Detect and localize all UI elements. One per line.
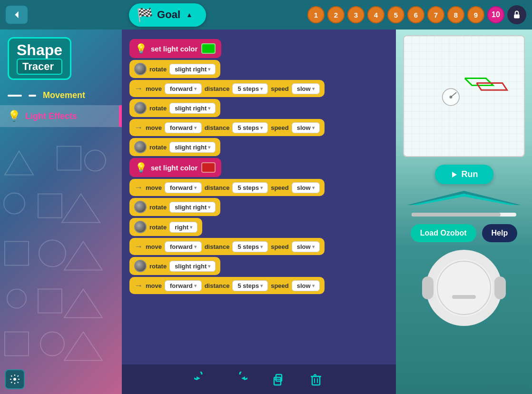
run-button[interactable]: Run — [435, 165, 493, 184]
direction-pill-6[interactable]: slight right ▾ — [169, 261, 216, 272]
move-dir-pill-5[interactable]: forward▾ — [165, 280, 202, 291]
move-speed-pill-2[interactable]: slow▾ — [292, 122, 320, 133]
progress-bar — [412, 213, 516, 217]
block-row-12: rotate slight right ▾ — [129, 257, 388, 275]
help-button[interactable]: Help — [482, 224, 518, 242]
direction-pill-5[interactable]: right ▾ — [169, 222, 197, 233]
svg-rect-12 — [38, 289, 62, 313]
level-dot-5[interactable]: 5 — [387, 6, 404, 23]
move-arrow-icon-4: → — [134, 242, 143, 252]
color-swatch-green[interactable] — [201, 43, 216, 54]
move-dist-pill-4[interactable]: 5 steps▾ — [232, 241, 268, 252]
robot-display — [426, 250, 502, 326]
set-light-color-block-1[interactable]: 💡 set light color — [129, 39, 221, 58]
set-light-label-1: set light color — [151, 45, 197, 53]
undo-button[interactable] — [190, 368, 213, 391]
svg-point-4 — [85, 150, 106, 171]
move-block-3[interactable]: → move forward▾ distance 5 steps▾ speed … — [129, 179, 325, 196]
robot-ear-left — [422, 276, 433, 299]
rotate-circle-icon-3 — [134, 141, 147, 153]
direction-pill-3[interactable]: slight right ▾ — [169, 142, 216, 153]
svg-marker-2 — [5, 151, 33, 175]
move-dir-pill-2[interactable]: forward▾ — [165, 122, 202, 133]
set-light-color-block-2[interactable]: 💡 set light color — [129, 158, 221, 177]
move-speed-pill-1[interactable]: slow▾ — [292, 83, 320, 94]
rotate-circle-icon-5 — [134, 221, 147, 233]
svg-point-5 — [4, 193, 25, 214]
rotate-block-6[interactable]: rotate slight right ▾ — [129, 257, 220, 275]
goal-button[interactable]: 🏁 Goal ▲ — [129, 3, 206, 27]
move-dist-pill-1[interactable]: 5 steps▾ — [232, 83, 268, 94]
sidebar-item-movement[interactable]: Movement — [0, 86, 122, 105]
move-block-2[interactable]: → move forward▾ distance 5 steps▾ speed … — [129, 119, 325, 136]
move-speed-pill-4[interactable]: slow▾ — [292, 241, 320, 252]
level-dot-6[interactable]: 6 — [407, 6, 424, 23]
level-dot-8[interactable]: 8 — [447, 6, 464, 23]
rotate-block-1[interactable]: rotate slight right ▾ — [129, 60, 220, 78]
sidebar-movement-label: Movement — [43, 90, 85, 100]
copy-button[interactable] — [266, 368, 289, 391]
lightbulb-icon: 💡 — [8, 110, 20, 122]
delete-button[interactable] — [305, 368, 327, 391]
settings-button[interactable] — [5, 369, 25, 389]
rotate-circle-icon-6 — [134, 260, 147, 272]
level-dot-1[interactable]: 1 — [307, 6, 325, 23]
direction-pill-1[interactable]: slight right ▾ — [169, 64, 216, 75]
redo-button[interactable] — [228, 368, 251, 391]
logo-shape-text: Shape — [17, 42, 62, 58]
logo-box: Shape Tracer — [8, 37, 71, 80]
move-dist-pill-3[interactable]: 5 steps▾ — [232, 182, 268, 193]
svg-marker-19 — [241, 376, 245, 380]
bottom-toolbar — [122, 364, 396, 394]
level-dot-3[interactable]: 3 — [347, 6, 365, 23]
sidebar-lightfx-label: Light Effects — [25, 111, 77, 121]
sidebar-item-lighteffects[interactable]: 💡 Light Effects — [0, 105, 122, 127]
block-row-4: rotate slight right ▾ — [129, 99, 388, 117]
move-dir-pill-4[interactable]: forward▾ — [165, 241, 202, 252]
level-dot-2[interactable]: 2 — [327, 6, 345, 23]
robot-ear-right — [494, 276, 506, 299]
svg-marker-7 — [62, 194, 100, 223]
rotate-block-3[interactable]: rotate slight right ▾ — [129, 138, 220, 156]
svg-rect-27 — [404, 36, 524, 156]
block-row-5: → move forward▾ distance 5 steps▾ speed … — [129, 119, 388, 136]
rotate-circle-icon-4 — [134, 201, 147, 213]
rotate-block-4[interactable]: rotate slight right ▾ — [129, 198, 220, 216]
right-panel: Run Load Ozobot Help — [396, 30, 532, 394]
move-block-1[interactable]: → move forward▾ distance 5 steps▾ speed … — [129, 80, 325, 97]
move-dir-pill-1[interactable]: forward▾ — [165, 83, 202, 94]
level-dot-9[interactable]: 9 — [467, 6, 484, 23]
lightbulb-block-icon-2: 💡 — [135, 162, 147, 173]
flag-icon: 🏁 — [137, 7, 153, 23]
main-coding-area[interactable]: 💡 set light color rotate slight right ▾ … — [122, 30, 396, 394]
svg-marker-0 — [15, 11, 18, 19]
move-speed-pill-3[interactable]: slow▾ — [292, 182, 320, 193]
move-arrow-icon-1: → — [134, 84, 143, 94]
load-ozobot-button[interactable]: Load Ozobot — [411, 224, 476, 242]
lock-button[interactable] — [507, 5, 526, 24]
rotate-block-2[interactable]: rotate slight right ▾ — [129, 99, 220, 117]
level-dot-7[interactable]: 7 — [427, 6, 444, 23]
direction-pill-4[interactable]: slight right ▾ — [169, 202, 216, 213]
move-block-5[interactable]: → move forward▾ distance 5 steps▾ speed … — [129, 277, 325, 294]
color-swatch-red[interactable] — [201, 162, 216, 173]
move-dist-pill-2[interactable]: 5 steps▾ — [232, 122, 268, 133]
svg-marker-33 — [412, 194, 516, 205]
rotate-block-5[interactable]: rotate right ▾ — [129, 218, 202, 236]
block-row-6: rotate slight right ▾ — [129, 138, 388, 156]
lightbulb-block-icon: 💡 — [135, 43, 147, 54]
move-block-4[interactable]: → move forward▾ distance 5 steps▾ speed … — [129, 238, 325, 255]
svg-point-9 — [39, 240, 66, 267]
set-light-label-2: set light color — [151, 164, 197, 172]
back-button[interactable] — [6, 6, 28, 24]
level-dot-4[interactable]: 4 — [367, 6, 384, 23]
direction-pill-2[interactable]: slight right ▾ — [169, 103, 216, 114]
move-dir-pill-3[interactable]: forward▾ — [165, 182, 202, 193]
move-speed-pill-5[interactable]: slow▾ — [292, 280, 320, 291]
move-arrow-icon-5: → — [134, 281, 143, 291]
move-dist-pill-5[interactable]: 5 steps▾ — [232, 280, 268, 291]
canvas-area — [403, 35, 525, 157]
level-dot-10[interactable]: 10 — [487, 6, 504, 23]
svg-marker-31 — [452, 172, 457, 177]
movement-line-icon — [8, 95, 22, 97]
